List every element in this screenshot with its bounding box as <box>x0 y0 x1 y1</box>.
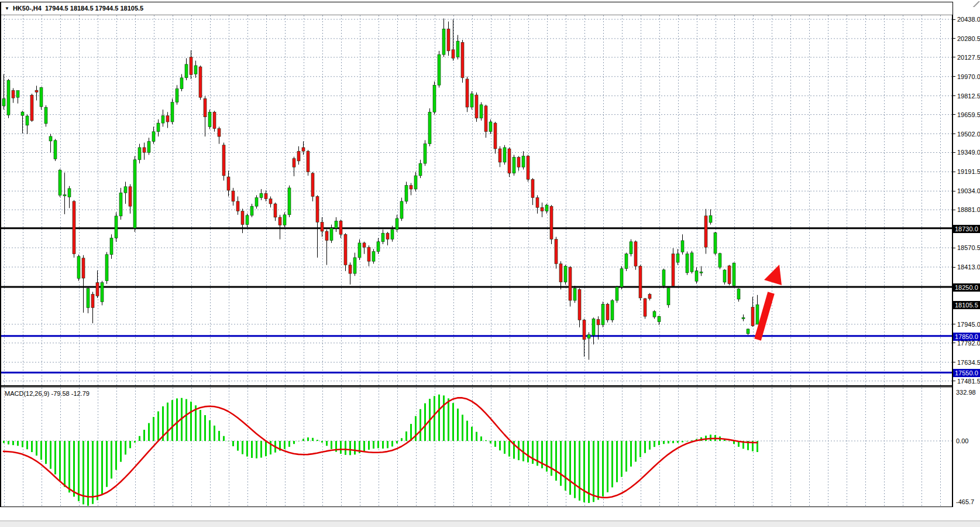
candle-bull <box>442 29 445 54</box>
candle-bear <box>461 42 464 78</box>
candle-bull <box>714 232 717 254</box>
chart-plot-area[interactable] <box>0 0 980 527</box>
candle-bear <box>339 221 342 234</box>
price-axis-tick <box>953 76 955 77</box>
price-axis-label: 17481.5 <box>957 378 980 385</box>
candle-bull <box>358 243 361 258</box>
candle-bear <box>73 201 75 254</box>
arrow-annotation-shaft[interactable] <box>758 293 771 340</box>
candle-bull <box>63 195 66 196</box>
candles-series <box>2 19 759 360</box>
candle-bull <box>157 123 160 132</box>
candle-bear <box>527 156 529 180</box>
level-price-badge: 18730.0 <box>953 225 980 233</box>
candle-bear <box>578 289 581 320</box>
candle-bull <box>372 251 375 261</box>
candle-bull <box>405 186 408 201</box>
candle-bull <box>545 205 548 211</box>
candle-bull <box>59 170 61 196</box>
price-axis-label: 19812.5 <box>957 93 980 100</box>
candle-bear <box>583 320 586 339</box>
candle-bull <box>625 254 628 269</box>
candle-bear <box>475 95 478 118</box>
price-axis-label: 18413.0 <box>957 264 980 271</box>
candle-bear <box>536 198 539 208</box>
candle-bull <box>105 255 108 281</box>
price-axis-label: 19349.0 <box>957 149 980 156</box>
symbol-label: HK50-,H4 <box>13 5 42 12</box>
candle-bear <box>541 207 544 211</box>
candle-bull <box>49 136 52 141</box>
candle-bull <box>396 218 398 230</box>
candle-bull <box>756 304 759 324</box>
candle-bear <box>96 283 99 296</box>
candle-bull <box>260 193 263 197</box>
status-strip <box>0 521 980 527</box>
candle-bull <box>653 312 656 317</box>
candle-bear <box>129 187 132 206</box>
candle-bear <box>672 254 675 286</box>
candle-bear <box>293 159 295 167</box>
candle-bear <box>555 239 558 264</box>
candle-bear <box>550 206 553 239</box>
candle-bull <box>419 163 422 176</box>
candle-bear <box>218 129 221 137</box>
candle-bear <box>222 145 225 176</box>
candle-bear <box>91 294 94 307</box>
candle-bull <box>138 148 141 160</box>
candle-bull <box>428 112 431 143</box>
current-price-badge: 18105.5 <box>953 301 980 309</box>
level-price-badge: 17850.0 <box>953 333 980 341</box>
candle-bull <box>77 256 80 279</box>
price-axis-label: 19502.0 <box>957 131 980 138</box>
candle-bear <box>648 295 651 299</box>
candle-bear <box>227 177 230 190</box>
price-axis-label: 18881.0 <box>957 206 980 213</box>
price-axis-label: 19970.0 <box>957 73 980 80</box>
price-axis-tick <box>953 172 955 172</box>
candle-bull <box>2 98 5 106</box>
candle-bear <box>484 106 487 132</box>
candle-bear <box>363 243 366 247</box>
candle-bull <box>26 116 29 125</box>
price-axis-label: 19191.5 <box>957 168 980 175</box>
candle-bull <box>424 144 427 163</box>
candle-bear <box>559 264 562 282</box>
candle-bull <box>180 78 183 89</box>
candle-bull <box>101 283 104 302</box>
candle-bear <box>278 217 281 225</box>
candle-bull <box>68 189 71 197</box>
price-axis-tick <box>953 114 955 115</box>
candle-bear <box>410 186 412 189</box>
candle-bear <box>517 158 520 167</box>
candle-bull <box>737 289 740 299</box>
candle-bull <box>686 254 689 272</box>
arrow-annotation-head[interactable] <box>764 265 782 285</box>
candle-bull <box>147 141 150 152</box>
candle-bull <box>480 105 483 118</box>
candle-bull <box>709 215 712 223</box>
candle-bear <box>302 148 305 151</box>
candle-bull <box>87 289 90 308</box>
candle-bull <box>723 270 726 282</box>
candle-bear <box>531 179 534 197</box>
candle-bear <box>386 233 389 239</box>
candle-bull <box>171 102 174 122</box>
candle-bull <box>658 316 661 321</box>
candle-bull <box>587 335 590 338</box>
candle-bull <box>381 233 384 242</box>
candle-bear <box>12 90 15 98</box>
window-corner-mark <box>972 0 980 7</box>
candle-bull <box>44 107 47 124</box>
price-axis-label: 19034.0 <box>957 187 980 194</box>
candle-bear <box>241 211 244 225</box>
price-axis-tick <box>953 267 955 268</box>
candle-bear <box>452 50 455 59</box>
candle-bull <box>185 64 188 78</box>
chevron-down-icon[interactable]: ▼ <box>5 6 9 11</box>
price-axis-label: 20438.0 <box>957 16 980 23</box>
candle-bear <box>311 173 314 197</box>
time-axis[interactable]: 17 May 202323 May 01:1530 May 01:155 Jun… <box>0 507 953 521</box>
price-axis-tick <box>953 57 955 57</box>
candle-bull <box>400 201 403 218</box>
